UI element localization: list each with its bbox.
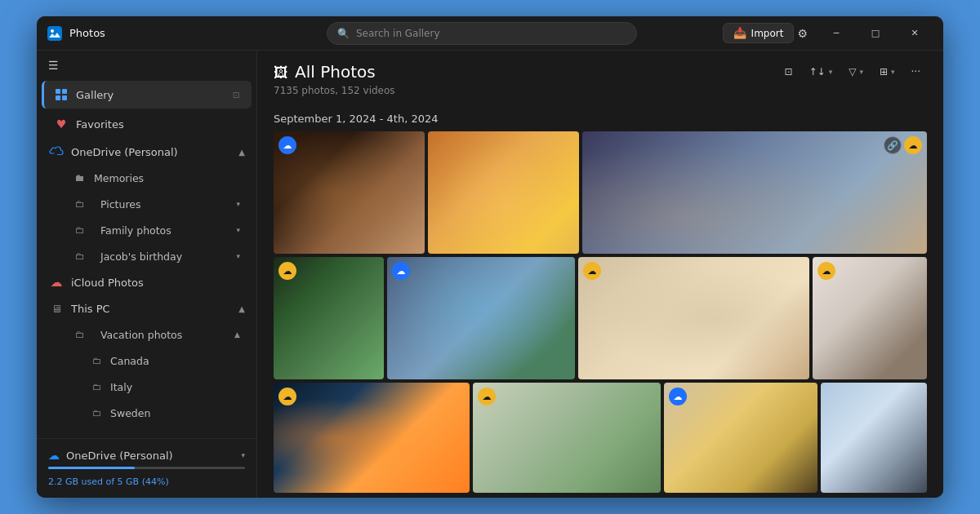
sidebar-item-pictures[interactable]: 🗀 Pictures ▾ [42,192,252,216]
jacobs-birthday-label: Jacob's birthday [100,250,182,263]
maximize-button[interactable]: □ [857,22,894,45]
title-bar-center: 🔍 Search in Gallery [210,22,754,45]
minimize-button[interactable]: ─ [817,22,855,45]
photo-9[interactable]: ☁ [473,383,661,493]
view-icon: ⊞ [880,66,888,78]
sidebar-item-family-photos[interactable]: 🗀 Family photos ▾ [42,218,252,242]
import-button[interactable]: 📥 Import [723,23,795,43]
jacobs-chevron-icon: ▾ [236,252,240,260]
canada-label: Canada [110,355,149,367]
sidebar-item-vacation-photos[interactable]: 🗀 Vacation photos ▲ [42,322,252,347]
photo-3-badge-link: 🔗 [884,136,902,154]
slideshow-button[interactable]: ⊡ [777,63,799,81]
content-header: 🖼 All Photos ⊡ ↑↓ ▾ ▽ ▾ [257,51,943,109]
app-window: Photos 🔍 Search in Gallery 📥 Import ⚙ ─ … [37,16,943,498]
photos-grid: ☁ 🔗 ☁ [257,131,943,498]
photo-11[interactable] [821,383,927,493]
more-button[interactable]: ··· [905,63,927,81]
filter-chevron-icon: ▾ [859,68,863,76]
onedrive-section[interactable]: OneDrive (Personal) ▲ [37,139,256,165]
title-bar-left: Photos [47,25,210,42]
pictures-chevron-icon: ▾ [236,200,240,208]
photo-6-badge: ☁ [583,262,601,280]
photo-1-badge: ☁ [278,136,296,154]
sidebar-item-gallery[interactable]: Gallery ⊡ [42,81,252,109]
vacation-chevron-icon: ▲ [234,330,240,339]
storage-bar: 2.2 GB used of 5 GB (44%) [48,467,245,488]
import-icon: 📥 [733,27,746,39]
app-icon [47,25,63,42]
content-title-row: 🖼 All Photos ⊡ ↑↓ ▾ ▽ ▾ [274,62,927,82]
family-chevron-icon: ▾ [236,226,240,234]
pictures-label: Pictures [100,198,141,210]
vacation-label: Vacation photos [100,329,182,341]
main-layout: ☰ Gallery ⊡ ♥ Favorites [37,51,943,498]
close-button[interactable]: ✕ [896,22,933,45]
photo-3-badge-star: ☁ [904,136,922,154]
search-placeholder: Search in Gallery [356,28,440,39]
gallery-label: Gallery [76,89,233,101]
content-area: 🖼 All Photos ⊡ ↑↓ ▾ ▽ ▾ [257,51,943,498]
icloud-icon: ☁ [48,274,65,290]
title-bar-right: 📥 Import ⚙ ─ □ ✕ [754,22,933,45]
onedrive-footer-label: OneDrive (Personal) [66,450,173,462]
gallery-icon [53,86,69,103]
favorites-icon: ♥ [53,116,69,132]
content-title-icon: 🖼 [274,64,288,81]
date-group-header: September 1, 2024 - 4th, 2024 [257,109,943,131]
page-title: All Photos [295,62,376,82]
photo-6[interactable]: ☁ [578,257,809,379]
photo-3-badges: 🔗 ☁ [884,136,922,154]
photo-4[interactable]: ☁ [274,257,384,379]
sidebar-item-memories[interactable]: 🖿 Memories [42,166,252,190]
onedrive-footer-chevron-icon: ▾ [241,451,245,459]
family-photos-icon: 🗀 [73,223,87,237]
storage-text[interactable]: 2.2 GB used of 5 GB (44%) [48,476,169,487]
content-toolbar: ⊡ ↑↓ ▾ ▽ ▾ ⊞ ▾ [777,63,927,81]
hamburger-button[interactable]: ☰ [37,51,256,80]
storage-bar-fill [48,467,135,469]
settings-button[interactable]: ⚙ [797,22,808,45]
photo-8[interactable]: ☁ [274,383,470,493]
this-pc-icon: 🖥 [48,300,65,317]
svg-rect-3 [62,89,67,94]
view-chevron-icon: ▾ [891,68,895,76]
filter-button[interactable]: ▽ ▾ [842,63,870,81]
sidebar-item-sweden[interactable]: 🗀 Sweden [42,401,252,425]
photos-row-1: ☁ 🔗 ☁ [274,131,927,254]
search-icon: 🔍 [337,28,350,39]
app-title: Photos [69,27,105,39]
sort-button[interactable]: ↑↓ ▾ [803,63,840,81]
favorites-label: Favorites [76,118,240,131]
sidebar: ☰ Gallery ⊡ ♥ Favorites [37,51,257,498]
sidebar-item-canada[interactable]: 🗀 Canada [42,348,252,373]
onedrive-chevron-icon: ▲ [238,148,245,157]
storage-bar-background [48,467,245,469]
photo-2[interactable] [428,131,579,254]
sidebar-item-jacobs-birthday[interactable]: 🗀 Jacob's birthday ▾ [42,244,252,268]
this-pc-section[interactable]: 🖥 This PC ▲ [37,295,256,321]
sidebar-item-italy[interactable]: 🗀 Italy [42,374,252,399]
content-title: 🖼 All Photos [274,62,376,82]
gallery-action-icon: ⊡ [233,90,240,100]
photo-3[interactable]: 🔗 ☁ [582,131,927,254]
photo-7[interactable]: ☁ [813,257,927,379]
sidebar-item-favorites[interactable]: ♥ Favorites [42,110,252,138]
filter-icon: ▽ [849,66,856,78]
svg-rect-2 [56,89,60,94]
photo-10[interactable]: ☁ [664,383,817,493]
view-button[interactable]: ⊞ ▾ [873,63,902,81]
maximize-icon: □ [871,28,880,38]
svg-rect-0 [47,26,62,41]
sidebar-footer: ☁ OneDrive (Personal) ▾ 2.2 GB used of 5… [37,438,256,498]
onedrive-footer[interactable]: ☁ OneDrive (Personal) ▾ [48,449,245,462]
search-bar[interactable]: 🔍 Search in Gallery [327,22,637,45]
family-photos-label: Family photos [100,224,172,237]
sweden-icon: 🗀 [89,405,104,420]
icloud-section[interactable]: ☁ iCloud Photos [37,269,256,295]
photo-5[interactable]: ☁ [387,257,575,379]
svg-rect-5 [62,95,67,100]
window-controls: ─ □ ✕ [817,22,933,45]
photo-1[interactable]: ☁ [274,131,425,254]
onedrive-label: OneDrive (Personal) [71,146,238,158]
